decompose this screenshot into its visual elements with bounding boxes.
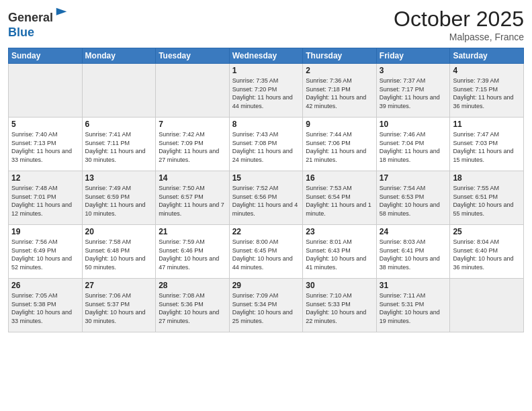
calendar-day-cell: 22Sunrise: 8:00 AMSunset: 6:45 PMDayligh… <box>229 225 303 279</box>
day-info: Sunrise: 7:48 AMSunset: 7:01 PMDaylight:… <box>11 184 79 218</box>
calendar-day-cell: 12Sunrise: 7:48 AMSunset: 7:01 PMDayligh… <box>9 171 83 225</box>
calendar-day-cell: 19Sunrise: 7:56 AMSunset: 6:49 PMDayligh… <box>9 225 83 279</box>
calendar-day-cell: 2Sunrise: 7:36 AMSunset: 7:18 PMDaylight… <box>303 64 377 118</box>
header-thursday: Thursday <box>303 48 377 64</box>
page: General Blue October 2025 Malpasse, Fran… <box>0 0 532 411</box>
day-number: 27 <box>85 281 153 290</box>
day-number: 1 <box>232 66 300 75</box>
svg-marker-0 <box>56 8 67 15</box>
day-number: 31 <box>380 281 447 290</box>
day-info: Sunrise: 7:41 AMSunset: 7:11 PMDaylight:… <box>85 130 153 164</box>
day-info: Sunrise: 7:06 AMSunset: 5:37 PMDaylight:… <box>85 291 153 325</box>
calendar-day-cell: 20Sunrise: 7:58 AMSunset: 6:48 PMDayligh… <box>82 225 156 279</box>
calendar-day-cell: 29Sunrise: 7:09 AMSunset: 5:34 PMDayligh… <box>229 279 303 332</box>
calendar-day-cell: 14Sunrise: 7:50 AMSunset: 6:57 PMDayligh… <box>156 171 230 225</box>
day-number: 30 <box>306 281 373 290</box>
calendar-day-cell <box>9 64 83 118</box>
day-info: Sunrise: 7:59 AMSunset: 6:46 PMDaylight:… <box>159 238 226 271</box>
day-number: 12 <box>11 173 79 183</box>
calendar-day-cell: 17Sunrise: 7:54 AMSunset: 6:53 PMDayligh… <box>376 171 450 225</box>
day-number: 20 <box>85 227 153 236</box>
day-info: Sunrise: 7:50 AMSunset: 6:57 PMDaylight:… <box>159 184 226 218</box>
calendar-day-cell: 27Sunrise: 7:06 AMSunset: 5:37 PMDayligh… <box>82 279 156 332</box>
day-number: 24 <box>380 227 447 236</box>
day-info: Sunrise: 7:56 AMSunset: 6:49 PMDaylight:… <box>11 238 79 271</box>
header-tuesday: Tuesday <box>156 48 230 64</box>
day-number: 10 <box>380 120 447 129</box>
day-number: 11 <box>453 120 521 129</box>
calendar-week-row: 1Sunrise: 7:35 AMSunset: 7:20 PMDaylight… <box>9 64 524 118</box>
calendar-table: Sunday Monday Tuesday Wednesday Thursday… <box>8 48 524 332</box>
logo: General Blue <box>8 7 69 40</box>
calendar-day-cell: 16Sunrise: 7:53 AMSunset: 6:54 PMDayligh… <box>303 171 377 225</box>
day-number: 21 <box>159 227 226 236</box>
calendar-day-cell: 25Sunrise: 8:04 AMSunset: 6:40 PMDayligh… <box>450 225 524 279</box>
day-number: 14 <box>159 173 226 183</box>
day-info: Sunrise: 7:10 AMSunset: 5:33 PMDaylight:… <box>306 291 373 325</box>
calendar-day-cell: 9Sunrise: 7:44 AMSunset: 7:06 PMDaylight… <box>303 118 377 171</box>
calendar-day-cell: 18Sunrise: 7:55 AMSunset: 6:51 PMDayligh… <box>450 171 524 225</box>
day-number: 22 <box>232 227 300 236</box>
day-info: Sunrise: 7:40 AMSunset: 7:13 PMDaylight:… <box>11 130 79 164</box>
calendar-day-cell <box>82 64 156 118</box>
day-number: 7 <box>159 120 226 129</box>
header: General Blue October 2025 Malpasse, Fran… <box>8 7 524 42</box>
calendar-day-cell: 21Sunrise: 7:59 AMSunset: 6:46 PMDayligh… <box>156 225 230 279</box>
logo-general-text: General <box>8 11 53 24</box>
calendar-day-cell: 31Sunrise: 7:11 AMSunset: 5:31 PMDayligh… <box>376 279 450 332</box>
calendar-day-cell: 23Sunrise: 8:01 AMSunset: 6:43 PMDayligh… <box>303 225 377 279</box>
calendar-day-cell: 6Sunrise: 7:41 AMSunset: 7:11 PMDaylight… <box>82 118 156 171</box>
day-number: 25 <box>453 227 521 236</box>
header-sunday: Sunday <box>9 48 83 64</box>
logo-flag-icon <box>54 7 69 21</box>
calendar-day-cell: 30Sunrise: 7:10 AMSunset: 5:33 PMDayligh… <box>303 279 377 332</box>
day-info: Sunrise: 7:47 AMSunset: 7:03 PMDaylight:… <box>453 130 521 164</box>
day-info: Sunrise: 8:03 AMSunset: 6:41 PMDaylight:… <box>380 238 447 271</box>
day-number: 23 <box>306 227 373 236</box>
calendar-day-cell: 5Sunrise: 7:40 AMSunset: 7:13 PMDaylight… <box>9 118 83 171</box>
day-info: Sunrise: 7:43 AMSunset: 7:08 PMDaylight:… <box>232 130 300 164</box>
header-monday: Monday <box>82 48 156 64</box>
calendar-day-cell: 26Sunrise: 7:05 AMSunset: 5:38 PMDayligh… <box>9 279 83 332</box>
calendar-day-cell: 15Sunrise: 7:52 AMSunset: 6:56 PMDayligh… <box>229 171 303 225</box>
day-number: 8 <box>232 120 300 129</box>
day-info: Sunrise: 7:42 AMSunset: 7:09 PMDaylight:… <box>159 130 226 164</box>
day-info: Sunrise: 8:00 AMSunset: 6:45 PMDaylight:… <box>232 238 300 271</box>
day-number: 16 <box>306 173 373 183</box>
day-info: Sunrise: 7:09 AMSunset: 5:34 PMDaylight:… <box>232 291 300 325</box>
day-number: 4 <box>453 66 521 75</box>
header-saturday: Saturday <box>450 48 524 64</box>
day-number: 13 <box>85 173 153 183</box>
day-info: Sunrise: 7:36 AMSunset: 7:18 PMDaylight:… <box>306 77 373 110</box>
day-info: Sunrise: 7:08 AMSunset: 5:36 PMDaylight:… <box>159 291 226 325</box>
day-info: Sunrise: 7:46 AMSunset: 7:04 PMDaylight:… <box>380 130 447 164</box>
calendar-day-cell: 7Sunrise: 7:42 AMSunset: 7:09 PMDaylight… <box>156 118 230 171</box>
calendar-day-cell: 1Sunrise: 7:35 AMSunset: 7:20 PMDaylight… <box>229 64 303 118</box>
day-info: Sunrise: 7:55 AMSunset: 6:51 PMDaylight:… <box>453 184 521 218</box>
day-number: 29 <box>232 281 300 290</box>
title-block: October 2025 Malpasse, France <box>394 7 524 42</box>
day-info: Sunrise: 8:04 AMSunset: 6:40 PMDaylight:… <box>453 238 521 271</box>
day-number: 18 <box>453 173 521 183</box>
calendar-day-cell: 11Sunrise: 7:47 AMSunset: 7:03 PMDayligh… <box>450 118 524 171</box>
day-number: 3 <box>380 66 447 75</box>
day-info: Sunrise: 7:37 AMSunset: 7:17 PMDaylight:… <box>380 77 447 110</box>
day-info: Sunrise: 7:39 AMSunset: 7:15 PMDaylight:… <box>453 77 521 110</box>
logo-blue-text: Blue <box>8 26 34 39</box>
calendar-day-cell <box>156 64 230 118</box>
day-info: Sunrise: 7:53 AMSunset: 6:54 PMDaylight:… <box>306 184 373 218</box>
calendar-day-cell <box>450 279 524 332</box>
day-number: 2 <box>306 66 373 75</box>
day-info: Sunrise: 8:01 AMSunset: 6:43 PMDaylight:… <box>306 238 373 271</box>
day-number: 19 <box>11 227 79 236</box>
calendar-week-row: 19Sunrise: 7:56 AMSunset: 6:49 PMDayligh… <box>9 225 524 279</box>
day-number: 6 <box>85 120 153 129</box>
calendar-day-cell: 28Sunrise: 7:08 AMSunset: 5:36 PMDayligh… <box>156 279 230 332</box>
day-number: 26 <box>11 281 79 290</box>
header-wednesday: Wednesday <box>229 48 303 64</box>
day-info: Sunrise: 7:35 AMSunset: 7:20 PMDaylight:… <box>232 77 300 110</box>
day-info: Sunrise: 7:52 AMSunset: 6:56 PMDaylight:… <box>232 184 300 218</box>
calendar-day-cell: 24Sunrise: 8:03 AMSunset: 6:41 PMDayligh… <box>376 225 450 279</box>
day-number: 15 <box>232 173 300 183</box>
calendar-day-cell: 10Sunrise: 7:46 AMSunset: 7:04 PMDayligh… <box>376 118 450 171</box>
